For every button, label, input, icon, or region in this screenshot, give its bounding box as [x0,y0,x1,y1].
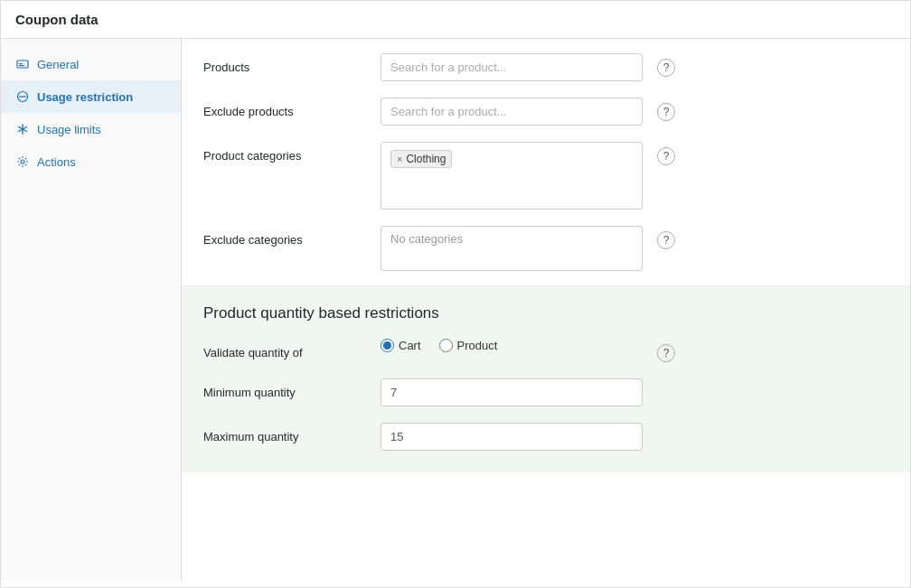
coupon-data-panel: Coupon data General [0,0,911,588]
products-input[interactable] [380,53,643,81]
sidebar-item-usage-limits-label: Usage limits [37,123,101,136]
min-qty-row: Minimum quantity [203,378,888,406]
max-qty-field [380,423,643,451]
min-qty-input[interactable] [380,378,643,406]
exclude-products-row: Exclude products ? [203,98,888,126]
panel-title: Coupon data [1,1,910,39]
ban-icon [15,89,30,104]
product-categories-help-icon[interactable]: ? [657,147,675,165]
main-content: Products ? Exclude products ? Produc [182,39,910,581]
product-categories-label: Product categories [203,142,366,163]
sidebar-item-general[interactable]: General [1,48,181,80]
products-help-icon[interactable]: ? [657,59,675,77]
clothing-tag-label: Clothing [406,153,446,165]
max-qty-input[interactable] [380,423,643,451]
exclude-products-label: Exclude products [203,98,366,118]
svg-rect-2 [19,65,24,66]
exclude-products-field [380,98,643,126]
sidebar-item-usage-limits[interactable]: Usage limits [1,113,181,145]
cart-radio-text: Cart [399,339,421,352]
product-radio[interactable] [439,339,453,352]
quantity-section-title: Product quantity based restrictions [203,304,888,322]
svg-rect-0 [17,61,28,68]
svg-point-8 [21,160,24,163]
product-radio-text: Product [457,339,498,352]
products-label: Products [203,53,366,74]
products-row: Products ? [203,53,888,81]
exclude-categories-label: Exclude categories [203,226,366,247]
product-categories-row: Product categories × Clothing ? [203,142,888,210]
products-section: Products ? Exclude products ? Produc [182,39,910,286]
exclude-categories-help-icon[interactable]: ? [657,231,675,249]
validate-qty-row: Validate quantity of Cart Product [203,339,888,362]
exclude-products-input[interactable] [380,98,643,126]
cart-radio-label[interactable]: Cart [380,339,421,352]
exclude-categories-input-box[interactable]: No categories [380,226,643,271]
clothing-tag-remove[interactable]: × [397,154,402,164]
max-qty-label: Maximum quantity [203,423,366,443]
gear-icon [15,154,30,169]
min-qty-label: Minimum quantity [203,378,366,399]
products-field [380,53,643,81]
product-radio-label[interactable]: Product [439,339,498,352]
sidebar-item-actions[interactable]: Actions [1,145,181,178]
clothing-tag: × Clothing [390,150,452,168]
min-qty-field [380,378,643,406]
quantity-section: Product quantity based restrictions Vali… [182,286,910,472]
ticket-icon [15,57,30,71]
sidebar-item-usage-restriction[interactable]: Usage restriction [1,80,181,113]
sidebar-item-usage-restriction-label: Usage restriction [37,90,133,104]
no-categories-text: No categories [389,225,465,253]
asterisk-icon [15,122,30,136]
validate-qty-label: Validate quantity of [203,339,366,359]
product-categories-input-box[interactable]: × Clothing [380,142,643,210]
exclude-categories-field: No categories [380,226,643,271]
sidebar: General Usage restriction [1,39,182,581]
validate-qty-radio-group: Cart Product [380,339,643,352]
exclude-categories-row: Exclude categories No categories ? [203,226,888,271]
sidebar-item-actions-label: Actions [37,155,76,169]
validate-qty-help-icon[interactable]: ? [657,344,675,362]
validate-qty-field: Cart Product [380,339,643,352]
exclude-products-help-icon[interactable]: ? [657,103,675,121]
max-qty-row: Maximum quantity [203,423,888,451]
sidebar-item-general-label: General [37,58,79,71]
svg-rect-1 [19,63,23,64]
cart-radio[interactable] [380,339,394,352]
product-categories-field: × Clothing [380,142,643,210]
